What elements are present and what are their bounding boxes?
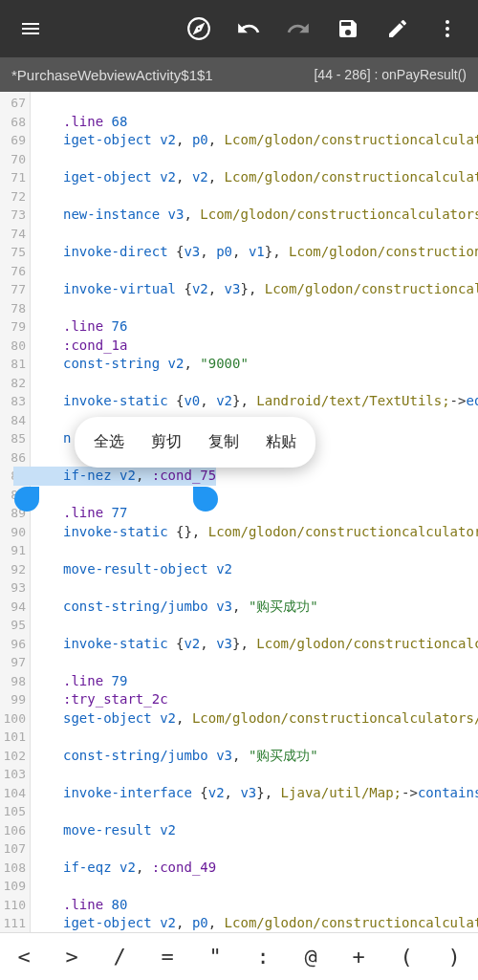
svg-point-3 [445,33,449,37]
more-icon[interactable] [424,6,470,52]
code-line[interactable]: move-result-object v2 [31,560,478,579]
line-number: 93 [0,578,30,598]
code-line[interactable] [31,187,478,207]
code-line[interactable] [31,94,478,113]
code-line[interactable]: move-result v2 [31,821,478,840]
menu-paste[interactable]: 粘贴 [252,426,310,458]
code-line[interactable]: const-string v2, "9000" [31,355,478,374]
code-line[interactable]: :try_start_2c [31,690,478,709]
code-line[interactable]: iget-object v2, p0, Lcom/glodon/construc… [31,131,478,150]
code-line[interactable]: invoke-static {v0, v2}, Landroid/text/Te… [31,392,478,411]
line-number: 84 [0,411,30,430]
code-line[interactable] [31,839,478,859]
code-line[interactable]: sget-object v2, Lcom/glodon/construction… [31,709,478,729]
line-number: 72 [0,187,30,207]
line-number: 86 [0,448,30,468]
code-line[interactable]: if-eqz v2, :cond_49 [31,859,478,878]
symbol-key[interactable]: ) [430,933,478,980]
code-line[interactable] [31,374,478,393]
line-gutter: 6768697071727374757677787980818283848586… [0,92,31,932]
symbol-key[interactable]: @ [287,933,335,980]
code-line[interactable]: .line 79 [31,672,478,691]
line-number: 92 [0,560,30,579]
code-area[interactable]: .line 68iget-object v2, p0, Lcom/glodon/… [31,92,478,932]
code-line[interactable] [31,150,478,169]
code-line[interactable]: invoke-static {v2, v3}, Lcom/glodon/cons… [31,635,478,654]
code-line[interactable]: .line 77 [31,504,478,523]
undo-icon[interactable] [226,6,272,52]
line-number: 99 [0,690,30,709]
symbol-key[interactable]: : [239,933,287,980]
line-number: 90 [0,523,30,542]
code-line[interactable] [31,262,478,281]
code-line[interactable] [31,728,478,747]
symbol-key[interactable]: < [0,933,48,980]
code-line[interactable] [31,616,478,635]
code-line[interactable] [31,653,478,672]
symbol-key[interactable]: > [48,933,96,980]
code-line[interactable]: if-nez v2, :cond_75 [13,467,478,486]
svg-point-0 [188,18,209,39]
line-number: 103 [0,765,30,784]
selection-handle-left[interactable] [14,487,39,512]
code-line[interactable]: invoke-interface {v2, v3}, Ljava/util/Ma… [31,784,478,803]
menu-icon[interactable] [8,6,54,52]
compass-icon[interactable] [176,6,222,52]
code-line[interactable] [31,486,478,505]
symbol-key[interactable]: " [191,933,239,980]
code-line[interactable]: .line 68 [31,113,478,132]
svg-point-1 [445,20,449,24]
line-number: 95 [0,616,30,635]
line-number: 105 [0,802,30,821]
menu-cut[interactable]: 剪切 [138,426,195,458]
context-menu: 全选 剪切 复制 粘贴 [75,417,315,468]
line-number: 101 [0,728,30,747]
menu-select-all[interactable]: 全选 [80,426,138,458]
code-line[interactable] [31,578,478,598]
line-number: 85 [0,429,30,448]
code-line[interactable]: invoke-static {}, Lcom/glodon/constructi… [31,523,478,542]
code-line[interactable]: iget-object v2, p0, Lcom/glodon/construc… [31,914,478,932]
code-line[interactable] [31,765,478,784]
code-line[interactable] [31,802,478,821]
selection-handle-right[interactable] [193,487,218,512]
line-number: 81 [0,355,30,374]
code-line[interactable]: .line 76 [31,317,478,337]
code-line[interactable]: :cond_1a [31,337,478,356]
symbol-key[interactable]: = [143,933,191,980]
top-toolbar [0,0,478,57]
symbol-key[interactable]: ( [382,933,430,980]
line-number: 108 [0,859,30,878]
line-number: 77 [0,280,30,299]
code-line[interactable] [31,225,478,244]
code-line[interactable] [31,877,478,896]
code-line[interactable] [31,299,478,318]
edit-icon[interactable] [375,6,421,52]
code-line[interactable]: invoke-direct {v3, p0, v1}, Lcom/glodon/… [31,243,478,262]
line-number: 80 [0,337,30,356]
save-icon[interactable] [325,6,371,52]
symbol-key[interactable]: + [335,933,382,980]
code-line[interactable]: iget-object v2, v2, Lcom/glodon/construc… [31,168,478,187]
code-line[interactable]: const-string/jumbo v3, "购买成功" [31,598,478,617]
line-number: 78 [0,299,30,318]
code-line[interactable] [31,541,478,560]
code-line[interactable]: new-instance v3, Lcom/glodon/constructio… [31,206,478,225]
code-line[interactable]: const-string/jumbo v3, "购买成功" [31,747,478,766]
line-number: 110 [0,896,30,915]
line-number: 79 [0,317,30,337]
line-number: 74 [0,225,30,244]
line-number: 82 [0,374,30,393]
line-number: 106 [0,821,30,840]
symbol-key[interactable]: / [96,933,143,980]
cursor-position: [44 - 286] : onPayResult() [314,67,467,82]
code-line[interactable]: .line 80 [31,896,478,915]
redo-icon[interactable] [275,6,321,52]
code-editor[interactable]: 6768697071727374757677787980818283848586… [0,92,478,932]
line-number: 107 [0,839,30,859]
code-line[interactable]: invoke-virtual {v2, v3}, Lcom/glodon/con… [31,280,478,299]
menu-copy[interactable]: 复制 [195,426,252,458]
line-number: 98 [0,672,30,691]
line-number: 104 [0,784,30,803]
line-number: 68 [0,113,30,132]
